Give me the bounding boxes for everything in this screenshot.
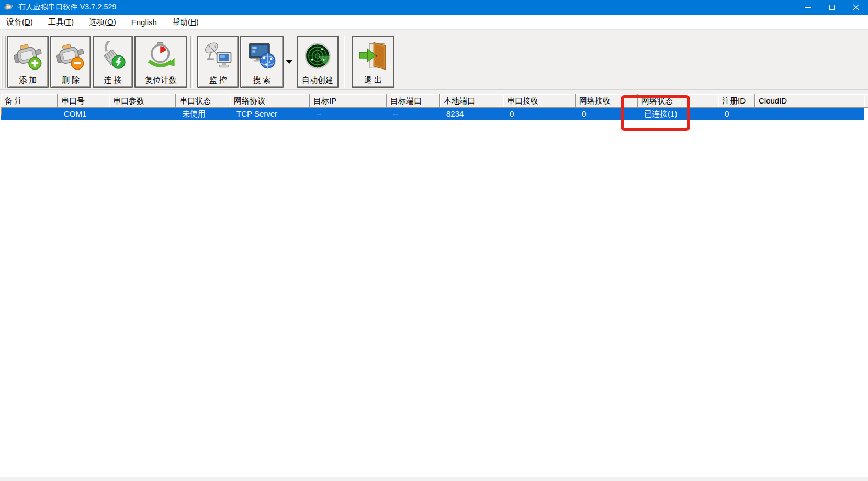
toolbar: 添 加 删 除 [0, 30, 868, 90]
column-header-local-port[interactable]: 本地端口 [440, 94, 503, 108]
menubar: 设备(D) 工具(T) 选项(O) English 帮助(H) [0, 15, 868, 30]
monitor-icon [204, 37, 233, 75]
cell-protocol: TCP Server [230, 108, 310, 120]
cell-com-port: COM1 [58, 108, 109, 120]
auto-create-button[interactable]: 自动创建 [297, 36, 339, 88]
window-controls [796, 0, 868, 15]
column-header-protocol[interactable]: 网络协议 [230, 94, 310, 108]
delete-serial-port-icon [56, 37, 85, 75]
maximize-icon [829, 5, 835, 10]
maximize-button[interactable] [820, 0, 844, 15]
close-button[interactable] [844, 0, 868, 15]
menu-item-device[interactable]: 设备(D) [1, 15, 38, 29]
cell-remark [1, 108, 58, 120]
chevron-down-icon [286, 60, 293, 64]
column-header-port-params[interactable]: 串口参数 [109, 94, 176, 108]
toolbar-gripper[interactable] [1, 36, 6, 88]
window-title: 有人虚拟串口软件 V3.7.2.529 [18, 3, 116, 12]
exit-door-icon [358, 37, 388, 75]
cell-target-ip: -- [310, 108, 387, 120]
close-icon [853, 4, 859, 10]
auto-create-radar-icon [303, 37, 332, 75]
search-dropdown-arrow[interactable] [284, 36, 295, 88]
column-header-target-ip[interactable]: 目标IP [310, 94, 387, 108]
toolbar-strip [0, 90, 868, 94]
app-icon [4, 2, 14, 13]
toolbar-divider [190, 36, 193, 88]
menu-item-tools[interactable]: 工具(T) [43, 15, 79, 29]
connect-button[interactable]: 连 接 [93, 36, 133, 88]
toolbar-divider [343, 36, 345, 88]
menu-item-help[interactable]: 帮助(H) [167, 15, 204, 29]
cell-port-status: 未使用 [176, 108, 230, 120]
app-window: 有人虚拟串口软件 V3.7.2.529 设备(D) 工具(T) 选项(O) En… [0, 0, 868, 481]
reset-counter-button[interactable]: 复位计数 [134, 36, 187, 88]
column-header-cloud-id[interactable]: CloudID [755, 94, 864, 108]
minimize-icon [805, 7, 811, 8]
cell-cloud-id [755, 108, 864, 120]
list-header: 备 注 串口号 串口参数 串口状态 网络协议 目标IP 目标端口 本地端口 串口… [0, 94, 868, 108]
cell-local-port: 8234 [440, 108, 503, 120]
device-row-com1[interactable]: COM1 未使用 TCP Server -- -- 8234 0 0 已连接(1… [1, 108, 864, 120]
menu-item-options[interactable]: 选项(O) [84, 15, 121, 29]
column-header-register-id[interactable]: 注册ID [718, 94, 755, 108]
search-network-icon [247, 37, 277, 75]
cell-target-port: -- [387, 108, 440, 120]
search-button[interactable]: 搜 索 [240, 36, 284, 88]
column-header-filler [864, 94, 868, 108]
cell-register-id: 0 [718, 108, 755, 120]
cell-serial-rx: 0 [503, 108, 576, 120]
column-header-serial-rx[interactable]: 串口接收 [503, 94, 576, 108]
add-button[interactable]: 添 加 [7, 36, 49, 88]
monitor-button[interactable]: 监 控 [197, 36, 239, 88]
exit-button[interactable]: 退 出 [352, 36, 394, 88]
column-header-target-port[interactable]: 目标端口 [387, 94, 440, 108]
column-header-net-rx[interactable]: 网络接收 [576, 94, 638, 108]
column-header-net-status[interactable]: 网络状态 [638, 94, 718, 108]
column-header-com-port[interactable]: 串口号 [58, 94, 109, 108]
menu-item-english[interactable]: English [126, 16, 162, 29]
add-serial-port-icon [14, 37, 43, 75]
device-list: 备 注 串口号 串口参数 串口状态 网络协议 目标IP 目标端口 本地端口 串口… [0, 94, 868, 481]
column-header-remark[interactable]: 备 注 [1, 94, 58, 108]
titlebar: 有人虚拟串口软件 V3.7.2.529 [0, 0, 868, 15]
delete-button[interactable]: 删 除 [50, 36, 91, 88]
cell-net-status: 已连接(1) [638, 108, 718, 120]
connect-icon [98, 37, 128, 75]
bottom-strip [0, 477, 868, 481]
cell-port-params [109, 108, 176, 120]
cell-net-rx: 0 [576, 108, 638, 120]
reset-counter-icon [146, 37, 176, 75]
column-header-port-status[interactable]: 串口状态 [176, 94, 230, 108]
minimize-button[interactable] [796, 0, 820, 15]
